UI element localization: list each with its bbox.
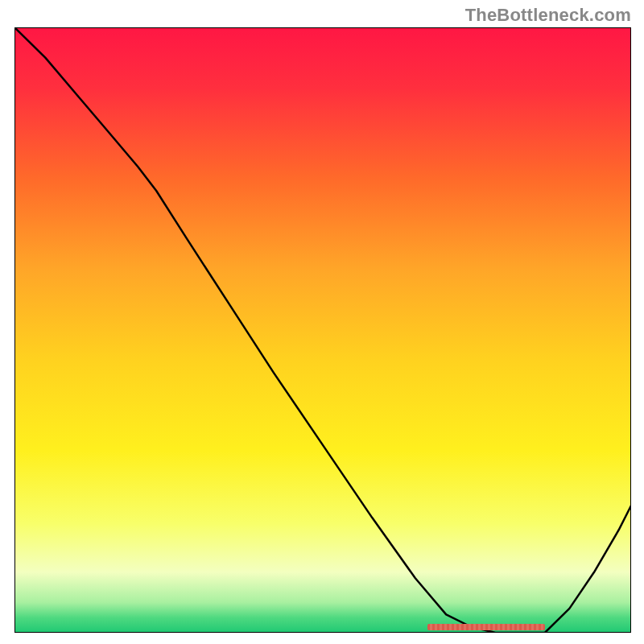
plot-svg <box>14 27 631 633</box>
optimal-range-marker <box>427 624 545 630</box>
watermark-label: TheBottleneck.com <box>465 5 631 26</box>
chart-stage: TheBottleneck.com <box>0 0 644 644</box>
gradient-background <box>14 27 631 633</box>
plot-area <box>14 27 631 633</box>
